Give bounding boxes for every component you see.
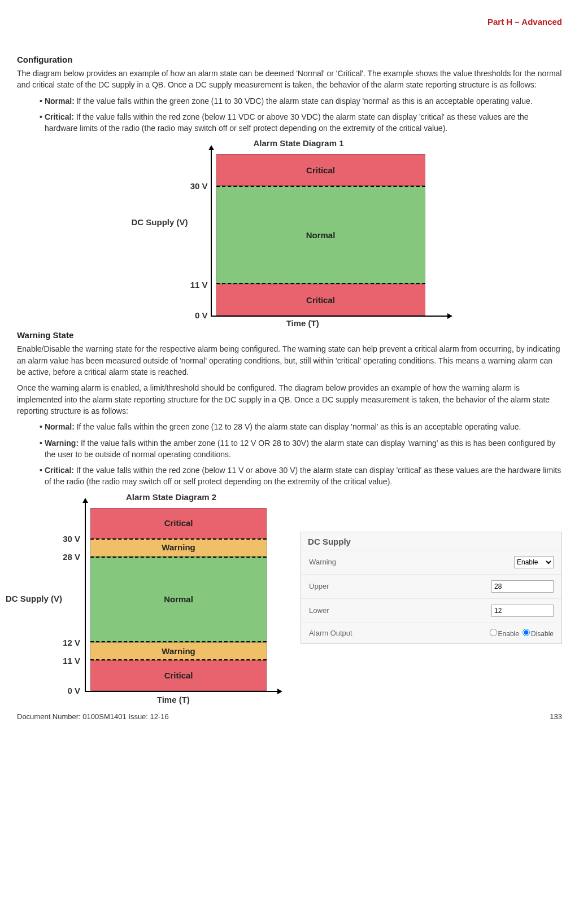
diagram1-x-axis bbox=[211, 316, 448, 317]
section-warning-title: Warning State bbox=[17, 330, 562, 340]
bullet-body: If the value falls within the amber zone… bbox=[45, 439, 555, 459]
panel-row-alarm-output: Alarm Output Enable Disable bbox=[301, 623, 561, 643]
page-footer: Document Number: 0100SM1401 Issue: 12-16… bbox=[17, 712, 562, 721]
threshold-line-28v bbox=[90, 557, 267, 558]
threshold-line-12v bbox=[90, 641, 267, 642]
label-lower: Lower bbox=[309, 606, 329, 615]
diagram1-y-axis bbox=[211, 150, 212, 317]
tick-0v: 0 V bbox=[174, 310, 208, 320]
tick2-28v: 28 V bbox=[52, 552, 80, 562]
section1-bullets: • Normal: If the value falls within the … bbox=[17, 95, 562, 134]
threshold-line-30v-2 bbox=[90, 538, 267, 540]
band-critical-lower: Critical bbox=[216, 284, 425, 316]
upper-input[interactable] bbox=[491, 580, 554, 593]
band-warning-lower: Warning bbox=[90, 642, 267, 660]
panel-row-lower: Lower bbox=[301, 598, 561, 623]
footer-page-number: 133 bbox=[550, 712, 562, 721]
tick-11v: 11 V bbox=[174, 280, 208, 290]
bullet-body: If the value falls within the red zone (… bbox=[45, 112, 529, 133]
radio-disable-label[interactable]: Disable bbox=[523, 629, 554, 638]
dc-supply-panel: DC Supply Warning Enable Upper Lower Ala… bbox=[301, 532, 562, 644]
radio-enable-label[interactable]: Enable bbox=[490, 629, 519, 638]
section2-bullets: • Normal: If the value falls within the … bbox=[17, 421, 562, 487]
radio-disable[interactable] bbox=[523, 629, 530, 636]
bullet-dot-icon: • bbox=[40, 95, 42, 107]
tick-30v: 30 V bbox=[174, 181, 208, 191]
alarm-state-diagram-1: Alarm State Diagram 1 DC Supply (V) Time… bbox=[109, 138, 471, 325]
threshold-line-30v bbox=[216, 186, 425, 187]
band-critical-upper: Critical bbox=[90, 508, 267, 538]
band-warning-upper: Warning bbox=[90, 538, 267, 557]
bullet-body: If the value falls within the green zone… bbox=[75, 422, 521, 431]
section-warning-p1: Enable/Disable the warning state for the… bbox=[17, 343, 562, 378]
diagram1-title: Alarm State Diagram 1 bbox=[253, 138, 343, 148]
warning-select[interactable]: Enable bbox=[514, 556, 554, 568]
bullet-label: Normal: bbox=[45, 97, 75, 106]
diagram1-xlabel: Time (T) bbox=[286, 318, 319, 328]
section-configuration-title: Configuration bbox=[17, 55, 562, 64]
diagram2-bands: Critical Warning Normal Warning Critical bbox=[90, 508, 267, 691]
footer-doc-number: Document Number: 0100SM1401 Issue: 12-16 bbox=[17, 712, 169, 721]
bullet-dot-icon: • bbox=[40, 437, 42, 449]
label-upper: Upper bbox=[309, 582, 329, 590]
label-alarm-output: Alarm Output bbox=[309, 629, 352, 637]
diagram2-title: Alarm State Diagram 2 bbox=[126, 492, 216, 502]
section-warning-p2: Once the warning alarm is enabled, a lim… bbox=[17, 382, 562, 417]
diagram2-ylabel: DC Supply (V) bbox=[6, 594, 62, 603]
bullet-critical-2: • Critical: If the value falls within th… bbox=[40, 465, 562, 488]
diagram1-ylabel: DC Supply (V) bbox=[132, 217, 188, 227]
band-critical-lower: Critical bbox=[90, 660, 267, 691]
section-configuration-intro: The diagram below provides an example of… bbox=[17, 68, 562, 91]
radio-enable[interactable] bbox=[490, 629, 497, 636]
bullet-dot-icon: • bbox=[40, 421, 42, 432]
bullet-critical: • Critical: If the value falls within th… bbox=[40, 111, 562, 134]
bullet-body: If the value falls within the green zone… bbox=[75, 97, 533, 106]
panel-row-upper: Upper bbox=[301, 574, 561, 598]
bullet-label: Critical: bbox=[45, 112, 74, 121]
page-header-part: Part H – Advanced bbox=[17, 17, 562, 27]
label-warning: Warning bbox=[309, 558, 336, 566]
tick2-11v: 11 V bbox=[52, 656, 80, 665]
diagram1-bands: Critical Normal Critical bbox=[216, 154, 425, 316]
bullet-normal: • Normal: If the value falls within the … bbox=[40, 95, 562, 107]
bullet-label: Critical: bbox=[45, 466, 74, 475]
threshold-line-11v-2 bbox=[90, 659, 267, 660]
band-normal: Normal bbox=[216, 186, 425, 284]
bullet-body: If the value falls within the red zone (… bbox=[45, 466, 561, 486]
tick2-12v: 12 V bbox=[52, 638, 80, 647]
diagram2-x-axis bbox=[85, 691, 278, 692]
band-normal-2: Normal bbox=[90, 557, 267, 642]
threshold-line-11v bbox=[216, 283, 425, 284]
band-critical-upper: Critical bbox=[216, 154, 425, 186]
bullet-dot-icon: • bbox=[40, 111, 42, 122]
panel-title: DC Supply bbox=[301, 532, 561, 550]
diagram2-xlabel: Time (T) bbox=[157, 695, 190, 704]
tick2-30v: 30 V bbox=[52, 534, 80, 544]
diagram2-y-axis bbox=[85, 502, 86, 692]
bullet-dot-icon: • bbox=[40, 465, 42, 476]
bullet-normal-2: • Normal: If the value falls within the … bbox=[40, 421, 562, 432]
lower-input[interactable] bbox=[491, 605, 554, 617]
alarm-state-diagram-2: Alarm State Diagram 2 DC Supply (V) Time… bbox=[17, 492, 289, 701]
bullet-label: Warning: bbox=[45, 439, 79, 448]
bullet-warning: • Warning: If the value falls within the… bbox=[40, 437, 562, 461]
panel-row-warning: Warning Enable bbox=[301, 550, 561, 574]
bullet-label: Normal: bbox=[45, 422, 75, 431]
tick2-0v: 0 V bbox=[52, 686, 80, 695]
